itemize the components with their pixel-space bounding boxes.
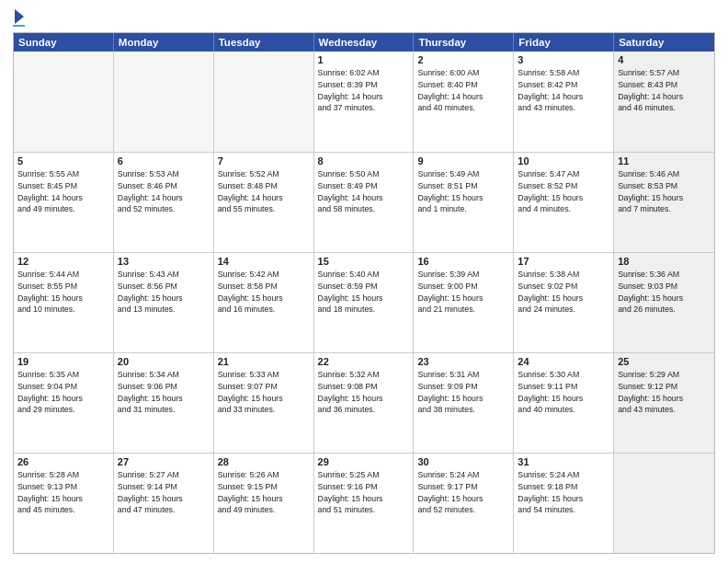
day-number: 23 xyxy=(417,356,509,367)
calendar-cell: 17Sunrise: 5:38 AM Sunset: 9:02 PM Dayli… xyxy=(514,253,614,352)
calendar-cell: 22Sunrise: 5:32 AM Sunset: 9:08 PM Dayli… xyxy=(314,353,415,453)
day-info: Sunrise: 5:43 AM Sunset: 8:56 PM Dayligh… xyxy=(118,269,210,316)
day-info: Sunrise: 5:55 AM Sunset: 8:45 PM Dayligh… xyxy=(17,168,109,215)
day-info: Sunrise: 5:57 AM Sunset: 8:43 PM Dayligh… xyxy=(618,67,711,114)
day-info: Sunrise: 5:40 AM Sunset: 8:59 PM Dayligh… xyxy=(318,269,410,316)
day-number: 31 xyxy=(518,456,609,467)
day-info: Sunrise: 5:39 AM Sunset: 9:00 PM Dayligh… xyxy=(417,269,509,316)
calendar-cell: 11Sunrise: 5:46 AM Sunset: 8:53 PM Dayli… xyxy=(614,153,714,252)
day-number: 17 xyxy=(518,256,609,267)
day-number: 21 xyxy=(218,356,310,367)
day-number: 19 xyxy=(17,356,109,367)
day-number: 1 xyxy=(318,54,410,65)
day-info: Sunrise: 5:53 AM Sunset: 8:46 PM Dayligh… xyxy=(118,168,210,215)
calendar-cell: 12Sunrise: 5:44 AM Sunset: 8:55 PM Dayli… xyxy=(14,253,114,352)
day-info: Sunrise: 5:26 AM Sunset: 9:15 PM Dayligh… xyxy=(218,469,310,516)
day-number: 10 xyxy=(518,155,609,167)
day-info: Sunrise: 5:49 AM Sunset: 8:51 PM Dayligh… xyxy=(417,168,509,215)
calendar-cell: 23Sunrise: 5:31 AM Sunset: 9:09 PM Dayli… xyxy=(414,353,514,453)
header-day-monday: Monday xyxy=(114,33,214,52)
page: SundayMondayTuesdayWednesdayThursdayFrid… xyxy=(0,0,728,563)
day-info: Sunrise: 5:52 AM Sunset: 8:48 PM Dayligh… xyxy=(218,168,310,215)
logo-top xyxy=(13,9,25,24)
day-info: Sunrise: 5:42 AM Sunset: 8:58 PM Dayligh… xyxy=(218,269,310,316)
day-number: 11 xyxy=(618,155,711,167)
day-number: 30 xyxy=(417,456,509,467)
calendar-cell: 29Sunrise: 5:25 AM Sunset: 9:16 PM Dayli… xyxy=(314,454,415,553)
day-number: 8 xyxy=(318,155,410,167)
day-info: Sunrise: 5:31 AM Sunset: 9:09 PM Dayligh… xyxy=(417,369,509,416)
calendar-body: 1Sunrise: 6:02 AM Sunset: 8:39 PM Daylig… xyxy=(14,52,714,553)
calendar-cell: 3Sunrise: 5:58 AM Sunset: 8:42 PM Daylig… xyxy=(514,52,614,152)
calendar-cell xyxy=(214,52,314,152)
day-info: Sunrise: 5:30 AM Sunset: 9:11 PM Dayligh… xyxy=(518,369,609,416)
day-number: 24 xyxy=(518,356,609,367)
header-day-saturday: Saturday xyxy=(614,33,714,52)
calendar-row-2: 5Sunrise: 5:55 AM Sunset: 8:45 PM Daylig… xyxy=(14,152,714,252)
day-number: 7 xyxy=(218,155,310,167)
day-number: 6 xyxy=(118,155,210,167)
day-number: 9 xyxy=(417,155,509,167)
calendar-cell: 24Sunrise: 5:30 AM Sunset: 9:11 PM Dayli… xyxy=(514,353,614,453)
calendar-row-1: 1Sunrise: 6:02 AM Sunset: 8:39 PM Daylig… xyxy=(14,52,714,152)
day-number: 16 xyxy=(417,256,509,267)
calendar-cell: 8Sunrise: 5:50 AM Sunset: 8:49 PM Daylig… xyxy=(314,153,415,252)
calendar-row-3: 12Sunrise: 5:44 AM Sunset: 8:55 PM Dayli… xyxy=(14,252,714,352)
calendar-header: SundayMondayTuesdayWednesdayThursdayFrid… xyxy=(14,33,714,52)
calendar-cell: 9Sunrise: 5:49 AM Sunset: 8:51 PM Daylig… xyxy=(414,153,514,252)
calendar-cell: 30Sunrise: 5:24 AM Sunset: 9:17 PM Dayli… xyxy=(414,454,514,553)
calendar-cell: 14Sunrise: 5:42 AM Sunset: 8:58 PM Dayli… xyxy=(214,253,314,352)
day-info: Sunrise: 5:35 AM Sunset: 9:04 PM Dayligh… xyxy=(17,369,109,416)
calendar-cell: 15Sunrise: 5:40 AM Sunset: 8:59 PM Dayli… xyxy=(314,253,415,352)
day-info: Sunrise: 5:46 AM Sunset: 8:53 PM Dayligh… xyxy=(618,168,711,215)
calendar-row-5: 26Sunrise: 5:28 AM Sunset: 9:13 PM Dayli… xyxy=(14,453,714,553)
logo xyxy=(13,9,25,27)
calendar-cell: 27Sunrise: 5:27 AM Sunset: 9:14 PM Dayli… xyxy=(114,454,214,553)
day-info: Sunrise: 5:47 AM Sunset: 8:52 PM Dayligh… xyxy=(518,168,609,215)
calendar-cell: 18Sunrise: 5:36 AM Sunset: 9:03 PM Dayli… xyxy=(614,253,714,352)
day-number: 27 xyxy=(118,456,210,467)
calendar-cell: 2Sunrise: 6:00 AM Sunset: 8:40 PM Daylig… xyxy=(414,52,514,152)
calendar-cell: 5Sunrise: 5:55 AM Sunset: 8:45 PM Daylig… xyxy=(14,153,114,252)
day-info: Sunrise: 5:58 AM Sunset: 8:42 PM Dayligh… xyxy=(518,67,609,114)
header-day-wednesday: Wednesday xyxy=(314,33,415,52)
day-info: Sunrise: 5:38 AM Sunset: 9:02 PM Dayligh… xyxy=(518,269,609,316)
calendar-row-4: 19Sunrise: 5:35 AM Sunset: 9:04 PM Dayli… xyxy=(14,352,714,453)
day-info: Sunrise: 6:00 AM Sunset: 8:40 PM Dayligh… xyxy=(417,67,509,114)
day-number: 4 xyxy=(618,54,711,65)
calendar-cell xyxy=(14,52,114,152)
day-number: 20 xyxy=(118,356,210,367)
day-info: Sunrise: 5:25 AM Sunset: 9:16 PM Dayligh… xyxy=(318,469,410,516)
calendar-cell xyxy=(114,52,214,152)
calendar-cell: 7Sunrise: 5:52 AM Sunset: 8:48 PM Daylig… xyxy=(214,153,314,252)
calendar-cell: 21Sunrise: 5:33 AM Sunset: 9:07 PM Dayli… xyxy=(214,353,314,453)
day-info: Sunrise: 5:29 AM Sunset: 9:12 PM Dayligh… xyxy=(618,369,711,416)
calendar-cell: 10Sunrise: 5:47 AM Sunset: 8:52 PM Dayli… xyxy=(514,153,614,252)
calendar-cell: 26Sunrise: 5:28 AM Sunset: 9:13 PM Dayli… xyxy=(14,454,114,553)
header-day-sunday: Sunday xyxy=(14,33,114,52)
calendar-cell: 1Sunrise: 6:02 AM Sunset: 8:39 PM Daylig… xyxy=(314,52,415,152)
calendar-cell: 19Sunrise: 5:35 AM Sunset: 9:04 PM Dayli… xyxy=(14,353,114,453)
logo-arrow-icon xyxy=(15,9,24,24)
day-info: Sunrise: 6:02 AM Sunset: 8:39 PM Dayligh… xyxy=(318,67,410,114)
calendar-cell xyxy=(614,454,714,553)
logo-underline xyxy=(13,25,25,27)
day-number: 12 xyxy=(17,256,109,267)
day-info: Sunrise: 5:44 AM Sunset: 8:55 PM Dayligh… xyxy=(17,269,109,316)
day-info: Sunrise: 5:24 AM Sunset: 9:18 PM Dayligh… xyxy=(518,469,609,516)
day-info: Sunrise: 5:27 AM Sunset: 9:14 PM Dayligh… xyxy=(118,469,210,516)
header xyxy=(13,9,715,27)
calendar-cell: 25Sunrise: 5:29 AM Sunset: 9:12 PM Dayli… xyxy=(614,353,714,453)
header-day-friday: Friday xyxy=(514,33,614,52)
day-info: Sunrise: 5:24 AM Sunset: 9:17 PM Dayligh… xyxy=(417,469,509,516)
day-info: Sunrise: 5:50 AM Sunset: 8:49 PM Dayligh… xyxy=(318,168,410,215)
header-day-thursday: Thursday xyxy=(414,33,514,52)
day-number: 13 xyxy=(118,256,210,267)
day-number: 5 xyxy=(17,155,109,167)
calendar: SundayMondayTuesdayWednesdayThursdayFrid… xyxy=(13,32,715,554)
calendar-cell: 4Sunrise: 5:57 AM Sunset: 8:43 PM Daylig… xyxy=(614,52,714,152)
calendar-cell: 13Sunrise: 5:43 AM Sunset: 8:56 PM Dayli… xyxy=(114,253,214,352)
day-number: 15 xyxy=(318,256,410,267)
calendar-cell: 6Sunrise: 5:53 AM Sunset: 8:46 PM Daylig… xyxy=(114,153,214,252)
day-number: 29 xyxy=(318,456,410,467)
